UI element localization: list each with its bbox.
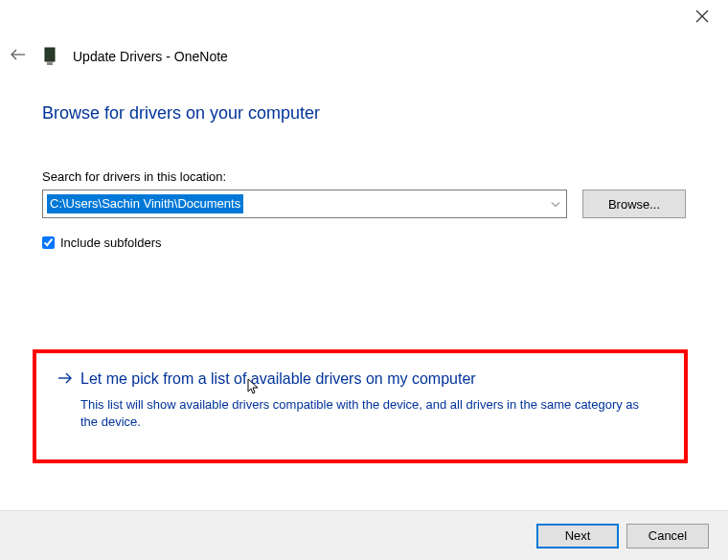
chevron-down-icon[interactable] <box>551 199 560 210</box>
path-combobox[interactable]: C:\Users\Sachin Vinith\Documents <box>42 190 567 218</box>
include-subfolders-label: Include subfolders <box>60 235 162 250</box>
page-heading: Browse for drivers on your computer <box>42 103 686 123</box>
back-arrow-icon[interactable] <box>10 46 27 66</box>
svg-rect-4 <box>47 61 53 65</box>
pick-from-list-option[interactable]: Let me pick from a list of available dri… <box>33 349 688 463</box>
option-title: Let me pick from a list of available dri… <box>80 370 476 388</box>
close-icon[interactable] <box>695 10 709 26</box>
browse-button[interactable]: Browse... <box>582 190 686 218</box>
option-description: This list will show available drivers co… <box>80 396 655 431</box>
arrow-right-icon <box>57 370 73 391</box>
next-button[interactable]: Next <box>536 524 619 549</box>
next-button-label: Next <box>565 528 591 543</box>
browse-button-label: Browse... <box>608 197 660 212</box>
cancel-button[interactable]: Cancel <box>626 524 709 549</box>
wizard-footer: Next Cancel <box>0 510 728 560</box>
window-title: Update Drivers - OneNote <box>73 49 228 64</box>
cancel-button-label: Cancel <box>648 528 687 543</box>
include-subfolders-row[interactable]: Include subfolders <box>42 235 686 250</box>
search-location-label: Search for drivers in this location: <box>42 169 686 184</box>
svg-rect-3 <box>45 48 55 61</box>
device-icon <box>44 47 56 66</box>
wizard-header: Update Drivers - OneNote <box>10 46 228 66</box>
path-value: C:\Users\Sachin Vinith\Documents <box>47 194 243 213</box>
include-subfolders-checkbox[interactable] <box>42 236 55 249</box>
